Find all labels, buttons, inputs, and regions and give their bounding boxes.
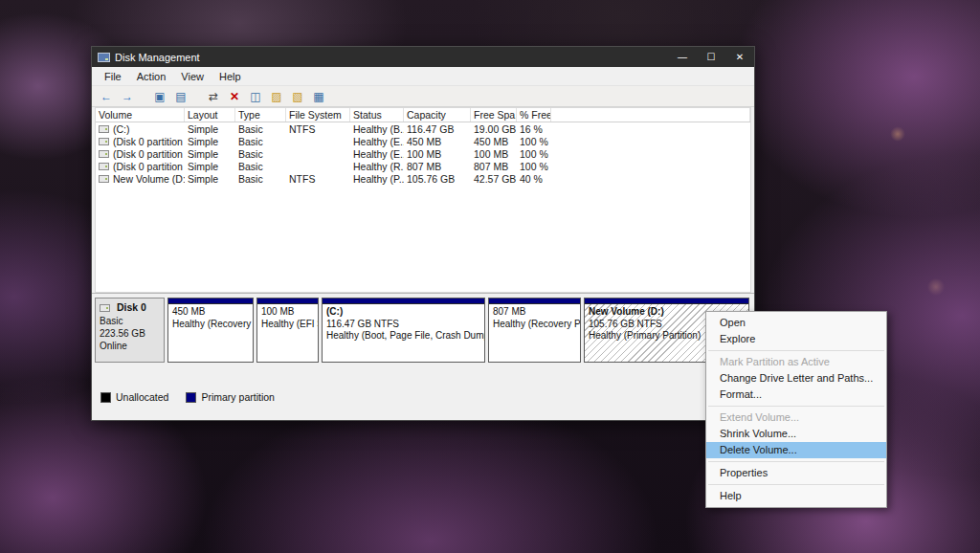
layout-cell: Simple — [185, 147, 235, 160]
pct-free-cell: 100 % — [517, 135, 551, 147]
view-grid-icon[interactable]: ▦ — [310, 88, 327, 104]
minimize-button[interactable]: — — [668, 47, 697, 67]
menu-item-explore[interactable]: Explore — [706, 331, 886, 347]
table-row[interactable]: (Disk 0 partition 5) Simple Basic Health… — [96, 160, 750, 172]
volume-cell: (C:) — [96, 122, 185, 135]
refresh-icon[interactable]: ⇄ — [205, 88, 222, 104]
layout-cell: Simple — [185, 160, 235, 172]
volume-cell: (Disk 0 partition 1) — [96, 135, 185, 147]
volume-cell: (Disk 0 partition 2) — [96, 147, 185, 160]
menu-item-change-drive-letter[interactable]: Change Drive Letter and Paths... — [706, 370, 886, 387]
menu-item-help[interactable]: Help — [706, 488, 886, 504]
back-icon[interactable]: ← — [98, 88, 115, 104]
menu-item-extend-volume: Extend Volume... — [706, 409, 886, 426]
menu-item-mark-partition-active: Mark Partition as Active — [706, 354, 886, 370]
column-header-file-system[interactable]: File System — [286, 108, 350, 122]
disk-type: Basic — [100, 315, 160, 327]
capacity-cell: 100 MB — [404, 147, 471, 160]
disk-management-icon — [98, 53, 110, 62]
legend: Unallocated Primary partition — [100, 391, 751, 403]
menu-item-open[interactable]: Open — [706, 315, 886, 331]
column-header-status[interactable]: Status — [350, 108, 404, 122]
table-row[interactable]: (Disk 0 partition 2) Simple Basic Health… — [96, 147, 750, 160]
table-row[interactable]: (C:) Simple Basic NTFS Healthy (B... 116… — [96, 122, 750, 135]
partition-efi[interactable]: 100 MB Healthy (EFI Sy — [256, 298, 319, 363]
menu-separator — [708, 484, 884, 485]
partition-label: (C:) — [326, 306, 480, 319]
column-header-layout[interactable]: Layout — [185, 108, 235, 122]
file-system-cell — [286, 160, 350, 172]
capacity-cell: 450 MB — [404, 135, 471, 147]
type-cell: Basic — [235, 147, 286, 160]
partition-c[interactable]: (C:) 116.47 GB NTFS Healthy (Boot, Page … — [322, 298, 485, 363]
layout-cell: Simple — [185, 122, 235, 135]
partition-size: 450 MB — [172, 306, 249, 319]
volume-icon — [99, 163, 109, 170]
partition-recovery-2[interactable]: 807 MB Healthy (Recovery Par — [488, 298, 581, 363]
menu-item-properties[interactable]: Properties — [706, 465, 886, 481]
volume-cell: New Volume (D:) — [96, 172, 185, 185]
volume-icon — [99, 138, 109, 145]
partition-status: Healthy (Recovery P — [172, 319, 249, 331]
legend-unallocated: Unallocated — [100, 391, 168, 403]
explore-folder-icon[interactable]: ▧ — [289, 88, 306, 104]
legend-primary-partition: Primary partition — [186, 391, 274, 403]
type-cell: Basic — [235, 122, 286, 135]
menu-view[interactable]: View — [173, 69, 212, 84]
legend-primary-label: Primary partition — [201, 391, 274, 403]
title-bar[interactable]: Disk Management — ☐ ✕ — [92, 47, 754, 67]
menu-separator — [708, 461, 884, 462]
volume-list-header: Volume Layout Type File System Status Ca… — [96, 108, 750, 122]
forward-icon[interactable]: → — [119, 88, 136, 104]
window-title: Disk Management — [115, 52, 668, 63]
partition-size: 807 MB — [493, 306, 576, 319]
delete-volume-icon[interactable]: ✕ — [226, 88, 243, 104]
column-header-type[interactable]: Type — [235, 108, 286, 122]
console-tree-icon[interactable]: ▣ — [151, 88, 168, 104]
close-button[interactable]: ✕ — [725, 47, 754, 67]
status-cell: Healthy (E... — [350, 147, 404, 160]
disk-management-window: Disk Management — ☐ ✕ File Action View H… — [91, 46, 755, 421]
type-cell: Basic — [235, 160, 286, 172]
volume-icon — [99, 125, 109, 133]
legend-unallocated-label: Unallocated — [116, 391, 168, 403]
table-row[interactable]: (Disk 0 partition 1) Simple Basic Health… — [96, 135, 750, 147]
disk-0-row: Disk 0 Basic 223.56 GB Online 450 MB Hea… — [95, 298, 751, 363]
disk-0-label[interactable]: Disk 0 Basic 223.56 GB Online — [95, 298, 165, 363]
menu-file[interactable]: File — [97, 69, 129, 84]
menu-help[interactable]: Help — [212, 69, 249, 84]
graphical-view-pane: Disk 0 Basic 223.56 GB Online 450 MB Hea… — [92, 293, 754, 420]
file-system-cell — [286, 135, 350, 147]
file-system-cell: NTFS — [286, 172, 350, 185]
menu-item-delete-volume[interactable]: Delete Volume... — [706, 442, 886, 458]
menu-action[interactable]: Action — [129, 69, 174, 84]
status-cell: Healthy (P... — [350, 172, 404, 185]
partition-recovery-1[interactable]: 450 MB Healthy (Recovery P — [167, 298, 254, 363]
menu-bar: File Action View Help — [92, 67, 754, 85]
column-header-filler — [551, 108, 750, 122]
partition-status: Healthy (Boot, Page File, Crash Dump, Pr… — [326, 330, 480, 343]
file-system-cell — [286, 147, 350, 160]
column-header-capacity[interactable]: Capacity — [404, 108, 471, 122]
table-row[interactable]: New Volume (D:) Simple Basic NTFS Health… — [96, 172, 750, 185]
column-header-volume[interactable]: Volume — [96, 108, 185, 122]
menu-item-format[interactable]: Format... — [706, 387, 886, 403]
list-view-icon[interactable]: ▤ — [172, 88, 189, 104]
maximize-button[interactable]: ☐ — [697, 47, 725, 67]
pct-free-cell: 40 % — [517, 172, 551, 185]
column-header-pct-free[interactable]: % Free — [517, 108, 551, 122]
capacity-cell: 105.76 GB — [404, 172, 471, 185]
status-cell: Healthy (R... — [350, 160, 404, 172]
filler-cell — [551, 160, 750, 172]
free-space-cell: 450 MB — [471, 135, 517, 147]
free-space-cell: 807 MB — [471, 160, 517, 172]
menu-separator — [708, 350, 884, 351]
volume-list: Volume Layout Type File System Status Ca… — [95, 107, 751, 293]
volume-icon — [99, 175, 109, 183]
open-folder-icon[interactable]: ▨ — [268, 88, 285, 104]
capacity-cell: 807 MB — [404, 160, 471, 172]
menu-item-shrink-volume[interactable]: Shrink Volume... — [706, 426, 886, 442]
column-header-free-space[interactable]: Free Spa... — [471, 108, 517, 122]
properties-icon[interactable]: ◫ — [247, 88, 264, 104]
partition-size: 116.47 GB NTFS — [326, 319, 480, 331]
